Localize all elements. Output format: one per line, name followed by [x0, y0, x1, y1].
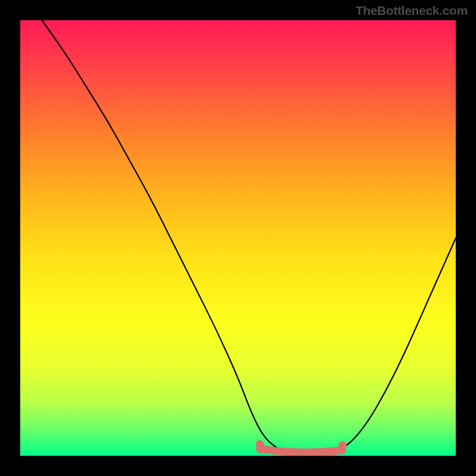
chart-frame [20, 20, 456, 456]
chart-overlay [20, 20, 456, 456]
highlight-end-dot [339, 441, 347, 450]
watermark-text: TheBottleneck.com [355, 4, 468, 18]
highlight-start-dot [256, 440, 264, 449]
highlight-band [260, 449, 343, 453]
bottleneck-curve [42, 20, 456, 456]
